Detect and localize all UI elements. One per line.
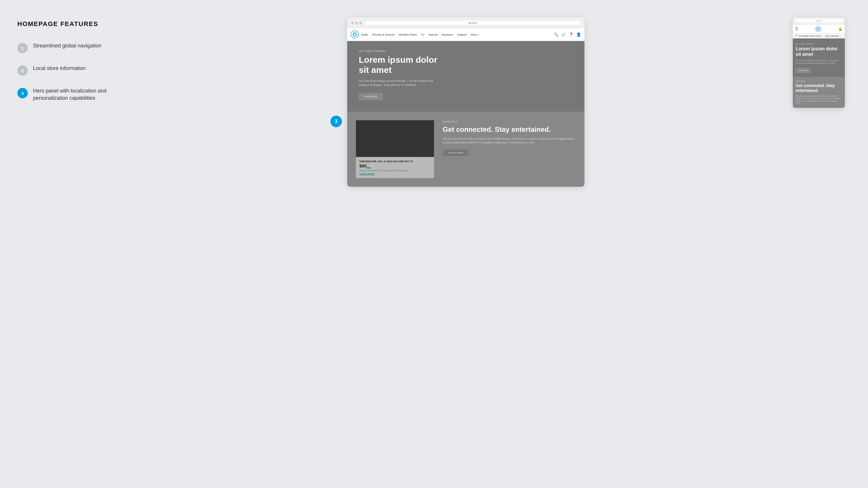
mobile-browser-chrome: att.com [793,18,845,25]
mobile-hero-button[interactable]: EXPLORE [796,68,811,73]
desktop-mockup: att.com Deals Phones & Devices Wireless [347,18,585,187]
feature-number-1: 1 [18,43,28,53]
feature-item-2: 2 Local store information [18,65,139,76]
feature-number-3: 3 [18,88,28,98]
browser-dots [351,22,362,24]
mobile-hero: HEY, NEW YORKER! Lorem ipsum dolor sit a… [793,38,845,77]
content-image: Unlimited talk, text, & data now with li… [356,120,434,178]
hero-explore-button[interactable]: EXPLORE [359,93,383,100]
content-card-fine: After $5 AutoPay discount. Plus taxes & … [359,170,431,171]
content-eyebrow: WIRELESS [443,120,576,123]
nav-deals[interactable]: Deals [361,33,368,36]
mobile-nav: ☰ 🔒 [793,25,845,34]
nav-support[interactable]: Support [457,33,467,36]
nav-more[interactable]: More [471,33,479,36]
content-section: Unlimited talk, text, & data now with li… [347,111,585,187]
nav-icons: 🔍 🛒 📍 👤 [554,32,581,37]
content-card-link[interactable]: LEARN MORE [359,172,431,175]
hamburger-icon[interactable]: ☰ [795,27,798,31]
feature-item-1: 1 Streamlined global navigation [18,42,139,53]
mobile-url[interactable]: att.com [795,19,842,23]
mobile-content-title: Get connected. Stay entertained. [796,83,842,93]
content-body: Talk, text, and stay in touch on America… [443,137,576,144]
feature-item-3: 3 Hero panel with localization and perso… [18,87,139,102]
att-logo-icon [351,30,359,38]
browser-url[interactable]: att.com [365,20,580,26]
browser-dot-3 [359,22,362,24]
content-card-price: $80/mo. [359,163,431,169]
store-name: Rockefeller Center Store... [799,35,823,37]
mobile-mockup: att.com ☰ 🔒 📍 Rockefeller Center Store..… [793,18,845,108]
mobile-content: WIRELESS Get connected. Stay entertained… [793,77,845,108]
account-icon[interactable]: 👤 [576,32,581,37]
svg-point-0 [351,31,359,38]
mobile-content-eyebrow: WIRELESS [796,80,842,82]
content-card: Unlimited talk, text, & data now with li… [356,157,434,178]
location-pin-icon: 📍 [795,35,798,37]
mobile-content-body: Talk, text, and stay in touch on America… [796,95,842,105]
mobile-hero-body: Do more of the things you love this fall… [796,59,842,64]
content-text: WIRELESS Get connected. Stay entertained… [440,120,576,178]
browser-chrome: att.com [347,18,585,28]
browser-dot-2 [355,22,358,24]
nav-phones[interactable]: Phones & Devices [372,33,395,36]
hero-eyebrow: HEY, NEW YORKER! [359,50,573,53]
location-icon[interactable]: 📍 [569,32,574,37]
feature-label-3: Hero panel with localization and persona… [33,87,139,102]
content-card-title: Unlimited talk, text, & data now with li… [359,160,431,163]
nav-business[interactable]: Business [442,33,453,36]
store-hours: Open until 9pm [825,35,838,37]
section-title: HOMEPAGE FEATURES [18,20,139,28]
feature-number-2: 2 [18,65,28,76]
cart-icon[interactable]: 🛒 [561,32,566,37]
hero-section: HEY, NEW YORKER! Lorem ipsum dolor sit a… [347,41,585,111]
hero-title: Lorem ipsum dolor sit amet [359,55,445,75]
right-panel: att.com ☰ 🔒 📍 Rockefeller Center Store..… [793,18,850,108]
left-panel: HOMEPAGE FEATURES 1 Streamlined global n… [18,18,139,102]
mobile-lock-icon[interactable]: 🔒 [838,27,842,31]
content-learn-more-button[interactable]: LEARN MORE [443,149,469,156]
active-indicator: 3 [331,116,342,127]
nav-tv[interactable]: TV [421,33,425,36]
feature-label-1: Streamlined global navigation [33,42,101,50]
mobile-store-bar: 📍 Rockefeller Center Store... Open until… [793,34,845,38]
site-nav: Deals Phones & Devices Wireless Plans TV… [347,28,585,41]
center-panel: 3 att.com [139,18,793,187]
nav-links: Deals Phones & Devices Wireless Plans TV… [361,33,552,36]
page-wrapper: HOMEPAGE FEATURES 1 Streamlined global n… [0,18,868,187]
mobile-hero-title: Lorem ipsum dolor sit amet [796,46,842,57]
nav-internet[interactable]: Internet [429,33,438,36]
hero-subtitle: Do more of the things you love this fall… [359,79,440,87]
nav-wireless[interactable]: Wireless Plans [399,33,417,36]
feature-list: 1 Streamlined global navigation 2 Local … [18,42,139,102]
browser-dot-1 [351,22,354,24]
search-icon[interactable]: 🔍 [554,32,558,37]
content-title: Get connected. Stay entertained. [443,126,576,134]
feature-label-2: Local store information [33,65,86,72]
mobile-hero-eyebrow: HEY, NEW YORKER! [796,43,842,45]
mobile-att-logo-icon [815,26,821,32]
